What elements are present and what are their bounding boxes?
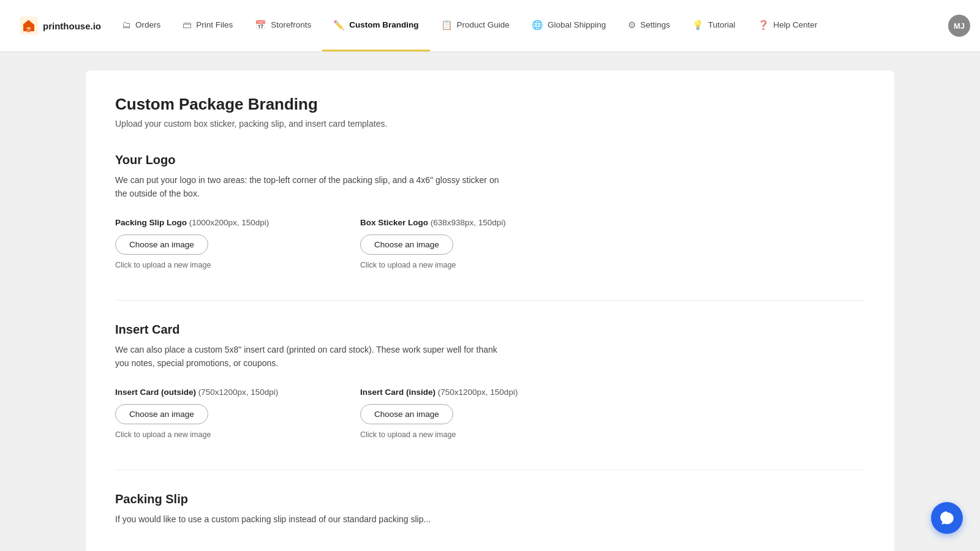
nav-items: 🗂 Orders🗃 Print Files📅 Storefronts✏️ Cus… (111, 0, 948, 51)
nav-item-help-center[interactable]: ❓ Help Center (747, 0, 829, 51)
section-title-your-logo: Your Logo (115, 153, 865, 167)
nav-item-product-guide[interactable]: 📋 Product Guide (430, 0, 521, 51)
help-center-nav-icon: ❓ (758, 20, 769, 31)
section-insert-card: Insert CardWe can also place a custom 5x… (115, 323, 865, 470)
tutorial-nav-label: Tutorial (708, 20, 736, 29)
choose-image-button-1-0[interactable]: Choose an image (115, 404, 208, 424)
nav-right: MJ (948, 0, 970, 51)
upload-hint-0-0: Click to upload a new image (115, 261, 336, 269)
custom-branding-nav-label: Custom Branding (349, 20, 418, 29)
orders-nav-label: Orders (135, 20, 160, 29)
choose-image-button-0-1[interactable]: Choose an image (360, 234, 453, 255)
storefronts-nav-label: Storefronts (271, 20, 311, 29)
upload-label-0-1: Box Sticker Logo (638x938px, 150dpi) (360, 218, 581, 227)
section-title-insert-card: Insert Card (115, 323, 865, 337)
product-guide-nav-icon: 📋 (441, 20, 453, 31)
brand-name: printhouse.io (43, 21, 101, 31)
choose-image-button-1-1[interactable]: Choose an image (360, 404, 453, 424)
upload-row-your-logo: Packing Slip Logo (1000x200px, 150dpi)Ch… (115, 218, 865, 269)
global-shipping-nav-icon: 🌐 (532, 20, 543, 31)
user-avatar[interactable]: MJ (948, 15, 970, 37)
settings-nav-icon: ⚙ (628, 20, 636, 31)
nav-item-orders[interactable]: 🗂 Orders (111, 0, 172, 51)
section-desc-packing-slip: If you would like to use a custom packin… (115, 512, 507, 526)
content-card: Custom Package Branding Upload your cust… (86, 70, 894, 551)
tutorial-nav-icon: 💡 (692, 20, 704, 31)
nav-item-print-files[interactable]: 🗃 Print Files (172, 0, 244, 51)
section-desc-insert-card: We can also place a custom 5x8" insert c… (115, 343, 507, 370)
upload-label-1-1: Insert Card (inside) (750x1200px, 150dpi… (360, 388, 581, 397)
page-title: Custom Package Branding (115, 95, 865, 114)
upload-item-0-1: Box Sticker Logo (638x938px, 150dpi)Choo… (360, 218, 581, 269)
help-center-nav-label: Help Center (774, 20, 818, 29)
chat-icon (939, 510, 955, 526)
print-files-nav-label: Print Files (196, 20, 233, 29)
settings-nav-label: Settings (640, 20, 670, 29)
navbar: printhouse.io 🗂 Orders🗃 Print Files📅 Sto… (0, 0, 980, 52)
choose-image-button-0-0[interactable]: Choose an image (115, 234, 208, 255)
upload-hint-1-0: Click to upload a new image (115, 430, 336, 439)
orders-nav-icon: 🗂 (122, 20, 131, 30)
upload-dims-0-0: (1000x200px, 150dpi) (189, 218, 270, 227)
section-divider-0 (115, 300, 865, 301)
upload-dims-0-1: (638x938px, 150dpi) (431, 218, 506, 227)
nav-item-global-shipping[interactable]: 🌐 Global Shipping (521, 0, 617, 51)
section-divider-1 (115, 470, 865, 470)
global-shipping-nav-label: Global Shipping (548, 20, 606, 29)
product-guide-nav-label: Product Guide (457, 20, 510, 29)
upload-hint-0-1: Click to upload a new image (360, 261, 581, 269)
sections-container: Your LogoWe can put your logo in two are… (115, 153, 865, 526)
page-wrapper: Custom Package Branding Upload your cust… (61, 52, 919, 551)
upload-item-1-1: Insert Card (inside) (750x1200px, 150dpi… (360, 388, 581, 439)
storefronts-nav-icon: 📅 (255, 20, 266, 31)
upload-dims-1-1: (750x1200px, 150dpi) (438, 388, 518, 397)
house-icon (20, 17, 38, 35)
section-your-logo: Your LogoWe can put your logo in two are… (115, 153, 865, 301)
brand-logo[interactable]: printhouse.io (10, 0, 111, 51)
nav-item-tutorial[interactable]: 💡 Tutorial (681, 0, 747, 51)
chat-button[interactable] (931, 502, 963, 534)
upload-item-1-0: Insert Card (outside) (750x1200px, 150dp… (115, 388, 336, 439)
upload-item-0-0: Packing Slip Logo (1000x200px, 150dpi)Ch… (115, 218, 336, 269)
custom-branding-nav-icon: ✏️ (333, 20, 345, 31)
svg-rect-1 (27, 29, 31, 32)
page-subtitle: Upload your custom box sticker, packing … (115, 119, 865, 129)
print-files-nav-icon: 🗃 (183, 20, 192, 30)
section-desc-your-logo: We can put your logo in two areas: the t… (115, 173, 507, 201)
upload-dims-1-0: (750x1200px, 150dpi) (198, 388, 279, 397)
upload-label-0-0: Packing Slip Logo (1000x200px, 150dpi) (115, 218, 336, 227)
nav-item-storefronts[interactable]: 📅 Storefronts (244, 0, 322, 51)
section-packing-slip: Packing SlipIf you would like to use a c… (115, 492, 865, 526)
section-title-packing-slip: Packing Slip (115, 492, 865, 506)
nav-item-custom-branding[interactable]: ✏️ Custom Branding (322, 0, 429, 51)
nav-item-settings[interactable]: ⚙ Settings (617, 0, 681, 51)
upload-row-insert-card: Insert Card (outside) (750x1200px, 150dp… (115, 388, 865, 439)
upload-hint-1-1: Click to upload a new image (360, 430, 581, 439)
upload-label-1-0: Insert Card (outside) (750x1200px, 150dp… (115, 388, 336, 397)
